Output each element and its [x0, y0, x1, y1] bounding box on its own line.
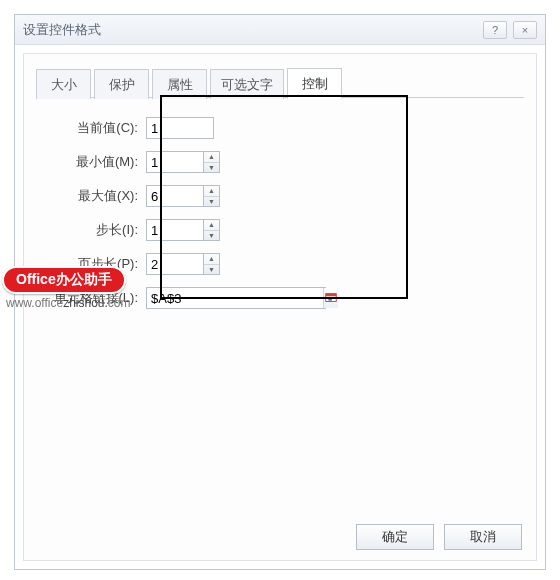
tab-control[interactable]: 控制: [287, 68, 342, 99]
input-current-value[interactable]: [146, 117, 214, 139]
dialog-footer: 确定 取消: [356, 524, 522, 550]
chevron-down-icon: ▼: [204, 265, 219, 275]
input-max-value[interactable]: [146, 185, 204, 207]
svg-rect-1: [326, 294, 337, 297]
close-button[interactable]: ×: [513, 21, 537, 39]
spinner-max-value: ▲▼: [146, 185, 220, 207]
row-current-value: 当前值(C):: [36, 113, 524, 143]
label-current-value: 当前值(C):: [36, 119, 146, 137]
tab-protection[interactable]: 保护: [94, 69, 149, 99]
dialog-title: 设置控件格式: [23, 21, 477, 39]
tab-alt-text[interactable]: 可选文字: [210, 69, 284, 99]
spinner-min-value: ▲▼: [146, 151, 220, 173]
cancel-button[interactable]: 取消: [444, 524, 522, 550]
row-step: 步长(I): ▲▼: [36, 215, 524, 245]
row-min-value: 最小值(M): ▲▼: [36, 147, 524, 177]
label-max-value: 最大值(X):: [36, 187, 146, 205]
tab-properties[interactable]: 属性: [152, 69, 207, 99]
close-icon: ×: [522, 24, 528, 36]
chevron-up-icon: ▲: [204, 152, 219, 163]
spinner-buttons-step[interactable]: ▲▼: [204, 219, 220, 241]
chevron-down-icon: ▼: [204, 163, 219, 173]
label-min-value: 最小值(M):: [36, 153, 146, 171]
svg-rect-2: [328, 298, 332, 301]
watermark-badge: Office办公助手: [2, 266, 126, 294]
ref-edit-cell-link: [146, 287, 326, 309]
spinner-buttons-min[interactable]: ▲▼: [204, 151, 220, 173]
ref-picker-button[interactable]: [323, 288, 338, 308]
chevron-up-icon: ▲: [204, 220, 219, 231]
chevron-down-icon: ▼: [204, 231, 219, 241]
chevron-up-icon: ▲: [204, 254, 219, 265]
spinner-buttons-page[interactable]: ▲▼: [204, 253, 220, 275]
tab-size[interactable]: 大小: [36, 69, 91, 99]
input-min-value[interactable]: [146, 151, 204, 173]
ref-picker-icon: [324, 291, 338, 305]
input-step[interactable]: [146, 219, 204, 241]
tab-strip: 大小 保护 属性 可选文字 控制: [36, 68, 524, 98]
spinner-buttons-max[interactable]: ▲▼: [204, 185, 220, 207]
spinner-step: ▲▼: [146, 219, 220, 241]
input-cell-link[interactable]: [147, 288, 323, 308]
ok-button[interactable]: 确定: [356, 524, 434, 550]
help-icon: ?: [492, 24, 498, 36]
watermark: Office办公助手 www.officezhishou.com: [2, 266, 172, 310]
watermark-url: www.officezhishou.com: [2, 296, 172, 310]
help-button[interactable]: ?: [483, 21, 507, 39]
chevron-down-icon: ▼: [204, 197, 219, 207]
chevron-up-icon: ▲: [204, 186, 219, 197]
row-max-value: 最大值(X): ▲▼: [36, 181, 524, 211]
titlebar: 设置控件格式 ? ×: [15, 15, 545, 45]
label-step: 步长(I):: [36, 221, 146, 239]
